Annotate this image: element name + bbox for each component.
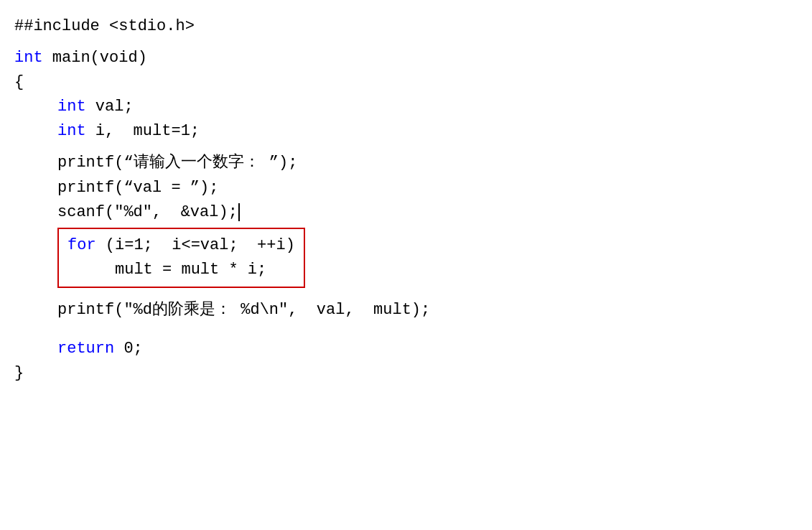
- var-val: val;: [86, 98, 134, 116]
- code-line-return: return 0;: [57, 337, 798, 361]
- keyword-return: return: [57, 340, 114, 358]
- var-i-mult: i, mult=1;: [86, 122, 200, 140]
- code-editor: ##include <stdio.h> int main(void) { int…: [14, 7, 798, 393]
- code-line-printf3: printf("%d的阶乘是： %d\n", val, mult);: [57, 298, 798, 322]
- for-condition: (i=1; i<=val; ++i): [96, 236, 295, 254]
- code-line-scanf: scanf("%d", &val);: [57, 200, 798, 225]
- code-line-brace-open: {: [14, 70, 798, 95]
- code-line-mult: mult = mult * i;: [67, 258, 295, 282]
- blank-line-1: [14, 39, 798, 46]
- text-cursor: [238, 203, 240, 220]
- keyword-int-i: int: [57, 122, 86, 140]
- return-value: 0;: [114, 340, 143, 358]
- blank-line-2: [14, 144, 798, 151]
- blank-line-4: [14, 322, 798, 330]
- for-loop-highlight-box: for (i=1; i<=val; ++i) mult = mult * i;: [57, 228, 305, 288]
- code-line-brace-close: }: [14, 361, 798, 386]
- code-line-for: for (i=1; i<=val; ++i): [67, 233, 295, 258]
- code-line-int-i: int i, mult=1;: [57, 119, 798, 144]
- code-line-main: int main(void): [14, 46, 798, 70]
- keyword-for: for: [67, 236, 96, 254]
- code-line-printf1: printf(“请输入一个数字： ”);: [57, 151, 798, 175]
- keyword-int-main: int: [14, 49, 43, 67]
- include-text: #include <stdio.h>: [24, 17, 195, 35]
- blank-line-5: [14, 330, 798, 337]
- hash-symbol: #: [14, 17, 24, 35]
- code-line-include: ##include <stdio.h>: [14, 14, 798, 39]
- keyword-int-val: int: [57, 98, 86, 116]
- code-line-int-val: int val;: [57, 95, 798, 119]
- code-line-printf2: printf(“val = ”);: [57, 176, 798, 200]
- blank-line-3: [14, 291, 798, 298]
- main-signature: main(void): [43, 49, 147, 67]
